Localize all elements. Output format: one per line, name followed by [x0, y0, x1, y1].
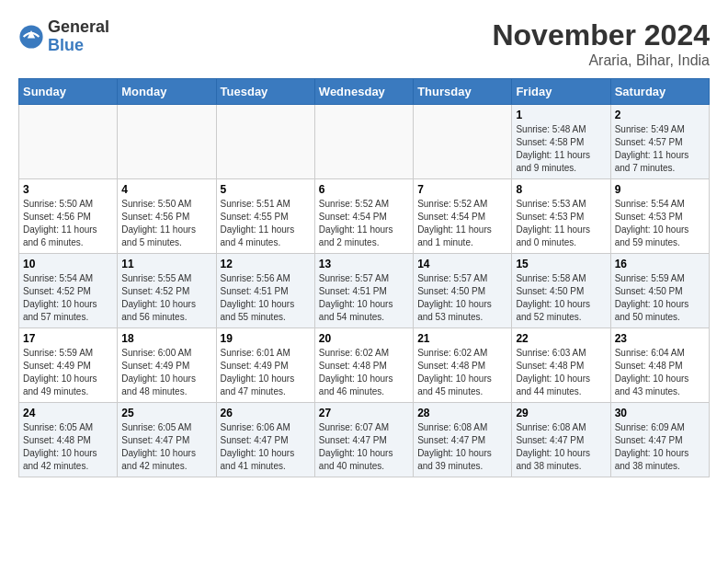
day-number: 17: [23, 332, 113, 345]
header-tuesday: Tuesday: [216, 79, 314, 105]
day-number: 24: [23, 407, 113, 419]
day-number: 5: [221, 183, 311, 196]
day-info: Sunrise: 6:08 AMSunset: 4:47 PMDaylight:…: [417, 421, 507, 473]
calendar-cell: [118, 105, 216, 179]
day-number: 2: [615, 109, 705, 121]
calendar-cell: 10Sunrise: 5:54 AMSunset: 4:52 PMDayligh…: [19, 254, 118, 328]
calendar-cell: [19, 105, 118, 179]
day-number: 6: [319, 183, 409, 196]
calendar-cell: 18Sunrise: 6:00 AMSunset: 4:49 PMDayligh…: [118, 328, 216, 403]
header-friday: Friday: [512, 79, 610, 105]
day-info: Sunrise: 5:59 AMSunset: 4:49 PMDaylight:…: [23, 347, 113, 398]
day-number: 4: [121, 183, 211, 196]
day-number: 19: [221, 332, 311, 345]
day-number: 13: [319, 258, 409, 270]
day-info: Sunrise: 5:52 AMSunset: 4:54 PMDaylight:…: [417, 198, 507, 249]
calendar-cell: 30Sunrise: 6:09 AMSunset: 4:47 PMDayligh…: [610, 403, 709, 477]
day-info: Sunrise: 6:05 AMSunset: 4:47 PMDaylight:…: [121, 421, 211, 473]
day-number: 1: [516, 109, 606, 121]
day-info: Sunrise: 5:54 AMSunset: 4:52 PMDaylight:…: [23, 272, 113, 324]
calendar-cell: 16Sunrise: 5:59 AMSunset: 4:50 PMDayligh…: [610, 254, 709, 328]
calendar-cell: [414, 105, 512, 179]
day-info: Sunrise: 5:56 AMSunset: 4:51 PMDaylight:…: [221, 272, 311, 324]
logo-general: General: [48, 18, 109, 37]
day-info: Sunrise: 6:07 AMSunset: 4:47 PMDaylight:…: [319, 421, 409, 473]
day-info: Sunrise: 5:54 AMSunset: 4:53 PMDaylight:…: [615, 198, 705, 249]
day-number: 15: [516, 258, 606, 270]
header-sunday: Sunday: [19, 79, 118, 105]
calendar-cell: 28Sunrise: 6:08 AMSunset: 4:47 PMDayligh…: [414, 403, 512, 477]
day-info: Sunrise: 6:04 AMSunset: 4:48 PMDaylight:…: [615, 347, 705, 398]
calendar-cell: 3Sunrise: 5:50 AMSunset: 4:56 PMDaylight…: [19, 179, 118, 254]
calendar-cell: 8Sunrise: 5:53 AMSunset: 4:53 PMDaylight…: [512, 179, 610, 254]
day-info: Sunrise: 5:53 AMSunset: 4:53 PMDaylight:…: [516, 198, 606, 249]
calendar-week-3: 10Sunrise: 5:54 AMSunset: 4:52 PMDayligh…: [19, 254, 710, 328]
calendar-cell: 21Sunrise: 6:02 AMSunset: 4:48 PMDayligh…: [414, 328, 512, 403]
day-info: Sunrise: 5:49 AMSunset: 4:57 PMDaylight:…: [615, 123, 705, 175]
calendar-week-4: 17Sunrise: 5:59 AMSunset: 4:49 PMDayligh…: [19, 328, 710, 403]
day-info: Sunrise: 5:51 AMSunset: 4:55 PMDaylight:…: [221, 198, 311, 249]
calendar-cell: 7Sunrise: 5:52 AMSunset: 4:54 PMDaylight…: [414, 179, 512, 254]
day-number: 9: [615, 183, 705, 196]
day-number: 30: [615, 407, 705, 419]
day-info: Sunrise: 6:06 AMSunset: 4:47 PMDaylight:…: [221, 421, 311, 473]
day-number: 10: [23, 258, 113, 270]
header-saturday: Saturday: [610, 79, 709, 105]
day-number: 29: [516, 407, 606, 419]
day-number: 16: [615, 258, 705, 270]
day-info: Sunrise: 6:00 AMSunset: 4:49 PMDaylight:…: [121, 347, 211, 398]
calendar-week-1: 1Sunrise: 5:48 AMSunset: 4:58 PMDaylight…: [19, 105, 710, 179]
day-info: Sunrise: 5:57 AMSunset: 4:50 PMDaylight:…: [417, 272, 507, 324]
day-number: 25: [121, 407, 211, 419]
day-info: Sunrise: 5:58 AMSunset: 4:50 PMDaylight:…: [516, 272, 606, 324]
day-number: 20: [319, 332, 409, 345]
calendar-week-5: 24Sunrise: 6:05 AMSunset: 4:48 PMDayligh…: [19, 403, 710, 477]
calendar-cell: 5Sunrise: 5:51 AMSunset: 4:55 PMDaylight…: [216, 179, 314, 254]
calendar-cell: 15Sunrise: 5:58 AMSunset: 4:50 PMDayligh…: [512, 254, 610, 328]
month-title: November 2024: [492, 18, 710, 52]
logo-blue: Blue: [48, 37, 109, 55]
calendar-cell: [314, 105, 413, 179]
day-info: Sunrise: 6:02 AMSunset: 4:48 PMDaylight:…: [319, 347, 409, 398]
calendar-cell: 13Sunrise: 5:57 AMSunset: 4:51 PMDayligh…: [314, 254, 413, 328]
day-info: Sunrise: 5:59 AMSunset: 4:50 PMDaylight:…: [615, 272, 705, 324]
calendar-cell: 14Sunrise: 5:57 AMSunset: 4:50 PMDayligh…: [414, 254, 512, 328]
calendar-table: SundayMondayTuesdayWednesdayThursdayFrid…: [18, 78, 710, 477]
calendar-cell: [216, 105, 314, 179]
calendar-cell: 19Sunrise: 6:01 AMSunset: 4:49 PMDayligh…: [216, 328, 314, 403]
day-info: Sunrise: 5:50 AMSunset: 4:56 PMDaylight:…: [23, 198, 113, 249]
logo: General Blue: [18, 18, 109, 55]
day-info: Sunrise: 5:55 AMSunset: 4:52 PMDaylight:…: [121, 272, 211, 324]
day-info: Sunrise: 6:02 AMSunset: 4:48 PMDaylight:…: [417, 347, 507, 398]
calendar-cell: 27Sunrise: 6:07 AMSunset: 4:47 PMDayligh…: [314, 403, 413, 477]
logo-text: General Blue: [48, 18, 109, 55]
day-number: 27: [319, 407, 409, 419]
day-info: Sunrise: 6:03 AMSunset: 4:48 PMDaylight:…: [516, 347, 606, 398]
calendar-cell: 9Sunrise: 5:54 AMSunset: 4:53 PMDaylight…: [610, 179, 709, 254]
calendar-cell: 6Sunrise: 5:52 AMSunset: 4:54 PMDaylight…: [314, 179, 413, 254]
calendar-cell: 22Sunrise: 6:03 AMSunset: 4:48 PMDayligh…: [512, 328, 610, 403]
calendar-cell: 23Sunrise: 6:04 AMSunset: 4:48 PMDayligh…: [610, 328, 709, 403]
day-info: Sunrise: 5:52 AMSunset: 4:54 PMDaylight:…: [319, 198, 409, 249]
day-number: 8: [516, 183, 606, 196]
logo-icon: [18, 24, 44, 50]
day-number: 7: [417, 183, 507, 196]
day-number: 23: [615, 332, 705, 345]
day-number: 22: [516, 332, 606, 345]
day-number: 11: [121, 258, 211, 270]
calendar-cell: 20Sunrise: 6:02 AMSunset: 4:48 PMDayligh…: [314, 328, 413, 403]
calendar-week-2: 3Sunrise: 5:50 AMSunset: 4:56 PMDaylight…: [19, 179, 710, 254]
calendar-cell: 26Sunrise: 6:06 AMSunset: 4:47 PMDayligh…: [216, 403, 314, 477]
header-thursday: Thursday: [414, 79, 512, 105]
day-info: Sunrise: 5:57 AMSunset: 4:51 PMDaylight:…: [319, 272, 409, 324]
day-info: Sunrise: 6:01 AMSunset: 4:49 PMDaylight:…: [221, 347, 311, 398]
calendar-cell: 12Sunrise: 5:56 AMSunset: 4:51 PMDayligh…: [216, 254, 314, 328]
day-number: 26: [221, 407, 311, 419]
day-info: Sunrise: 6:09 AMSunset: 4:47 PMDaylight:…: [615, 421, 705, 473]
day-number: 3: [23, 183, 113, 196]
location-title: Araria, Bihar, India: [492, 52, 710, 69]
day-number: 18: [121, 332, 211, 345]
day-number: 14: [417, 258, 507, 270]
day-info: Sunrise: 5:48 AMSunset: 4:58 PMDaylight:…: [516, 123, 606, 175]
page-header: General Blue November 2024 Araria, Bihar…: [18, 18, 710, 69]
